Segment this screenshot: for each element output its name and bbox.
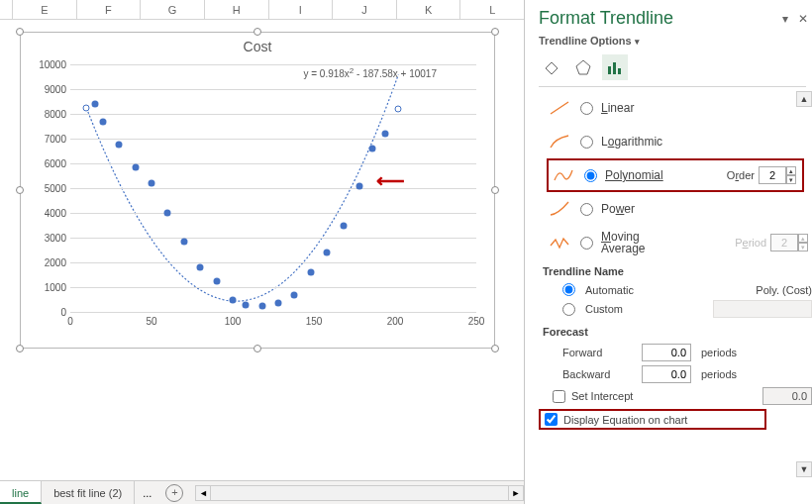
- display-equation-checkbox[interactable]: [545, 413, 558, 426]
- power-label[interactable]: Power: [601, 202, 812, 216]
- linear-label[interactable]: Linear: [601, 101, 812, 115]
- data-point[interactable]: [258, 302, 265, 309]
- order-label: Order: [727, 169, 755, 181]
- svg-rect-3: [618, 68, 621, 74]
- data-point[interactable]: [369, 146, 376, 152]
- spin-down-button[interactable]: ▾: [786, 175, 796, 184]
- trendline-options-tab[interactable]: [602, 54, 628, 80]
- annotation-arrow: ⟵: [376, 168, 405, 192]
- data-point[interactable]: [197, 264, 204, 271]
- effects-tab[interactable]: [570, 54, 596, 80]
- scroll-right-button[interactable]: ►: [508, 485, 524, 501]
- logarithmic-radio[interactable]: [580, 136, 593, 149]
- data-point[interactable]: [355, 182, 362, 189]
- forward-input[interactable]: [642, 344, 691, 361]
- y-axis-label: 9000: [27, 84, 66, 95]
- column-header[interactable]: G: [140, 0, 204, 19]
- resize-handle[interactable]: [491, 28, 499, 36]
- resize-handle[interactable]: [16, 345, 24, 353]
- power-radio[interactable]: [580, 203, 593, 216]
- data-point[interactable]: [91, 101, 98, 108]
- moving-average-label[interactable]: MovingAverage: [601, 231, 727, 254]
- y-axis-label: 7000: [27, 134, 66, 145]
- data-point[interactable]: [382, 131, 389, 138]
- data-point[interactable]: [395, 106, 402, 113]
- chart-title[interactable]: Cost: [21, 33, 494, 54]
- forward-forecast-row: Forward periods: [539, 342, 812, 363]
- pane-scroll-up-button[interactable]: ▲: [796, 91, 812, 107]
- column-header[interactable]: J: [332, 0, 396, 19]
- trendline-options-header[interactable]: Trendline Options ▾: [539, 35, 812, 47]
- column-header[interactable]: E: [12, 0, 76, 19]
- order-input[interactable]: [759, 166, 786, 184]
- forward-label: Forward: [562, 347, 632, 358]
- chart-object[interactable]: Cost y = 0.918x2 - 187.58x + 10017 01000…: [20, 32, 495, 349]
- data-point[interactable]: [340, 222, 347, 229]
- sheet-tab[interactable]: line: [0, 481, 42, 504]
- custom-name-radio[interactable]: [562, 303, 575, 316]
- column-header[interactable]: I: [268, 0, 333, 19]
- svg-rect-2: [613, 62, 616, 74]
- sheet-tab-active[interactable]: best fit line (2): [42, 481, 135, 504]
- data-point[interactable]: [116, 142, 123, 149]
- fill-line-tab[interactable]: [539, 54, 564, 80]
- column-header[interactable]: H: [204, 0, 268, 19]
- data-point[interactable]: [274, 300, 281, 307]
- sheet-tabs-more[interactable]: ...: [135, 487, 159, 499]
- data-point[interactable]: [230, 296, 237, 303]
- data-point[interactable]: [132, 163, 139, 170]
- polynomial-radio[interactable]: [584, 169, 597, 182]
- data-point[interactable]: [149, 180, 155, 187]
- periods-unit: periods: [701, 368, 737, 380]
- set-intercept-checkbox[interactable]: [553, 390, 565, 403]
- automatic-name-radio[interactable]: [562, 283, 575, 296]
- data-point[interactable]: [243, 301, 250, 308]
- chart-plot-area[interactable]: y = 0.918x2 - 187.58x + 10017 0100020003…: [70, 64, 476, 312]
- scroll-track[interactable]: [211, 485, 508, 501]
- trendline-equation[interactable]: y = 0.918x2 - 187.58x + 10017: [303, 66, 437, 79]
- period-input: [770, 234, 798, 252]
- resize-handle[interactable]: [491, 186, 499, 194]
- data-point[interactable]: [164, 210, 171, 217]
- resize-handle[interactable]: [254, 28, 261, 36]
- data-point[interactable]: [180, 238, 187, 245]
- data-point[interactable]: [291, 291, 298, 298]
- resize-handle[interactable]: [16, 186, 24, 194]
- add-sheet-button[interactable]: +: [165, 484, 183, 502]
- scroll-left-button[interactable]: ◄: [195, 485, 211, 501]
- custom-name-input[interactable]: [713, 300, 812, 318]
- data-point[interactable]: [324, 250, 331, 256]
- spin-up-button: ▴: [798, 234, 808, 243]
- column-headers: EFGHIJKL: [0, 0, 524, 20]
- forecast-heading: Forecast: [543, 326, 812, 338]
- logarithmic-label[interactable]: Logarithmic: [601, 135, 812, 149]
- column-header[interactable]: K: [396, 0, 460, 19]
- y-axis-label: 1000: [27, 282, 66, 293]
- x-axis-label: 150: [306, 316, 323, 327]
- data-point[interactable]: [307, 269, 314, 276]
- pane-dropdown-icon[interactable]: ▾: [776, 12, 794, 26]
- backward-input[interactable]: [642, 365, 691, 383]
- data-point[interactable]: [213, 277, 220, 284]
- spin-up-button[interactable]: ▴: [786, 166, 796, 175]
- set-intercept-row: Set Intercept: [539, 385, 812, 407]
- column-header[interactable]: F: [76, 0, 141, 19]
- pane-scroll-down-button[interactable]: ▼: [796, 461, 812, 477]
- linear-option-row: Linear: [547, 91, 812, 125]
- data-point[interactable]: [99, 118, 106, 125]
- resize-handle[interactable]: [16, 28, 24, 36]
- moving-average-radio[interactable]: [580, 237, 593, 250]
- x-axis-label: 250: [468, 316, 485, 327]
- resize-handle[interactable]: [491, 345, 499, 353]
- column-header[interactable]: L: [459, 0, 524, 19]
- polynomial-label[interactable]: Polynomial: [605, 168, 719, 182]
- pentagon-icon: [574, 58, 592, 76]
- pane-close-button[interactable]: ✕: [794, 12, 812, 26]
- data-point[interactable]: [83, 104, 90, 111]
- worksheet-area: EFGHIJKL Cost y = 0.918x2 - 187.58x + 10…: [0, 0, 525, 504]
- order-spinner[interactable]: ▴▾: [759, 166, 796, 184]
- horizontal-scrollbar[interactable]: ◄ ►: [195, 485, 524, 501]
- linear-radio[interactable]: [580, 102, 593, 115]
- resize-handle[interactable]: [254, 345, 261, 353]
- y-axis-label: 10000: [27, 59, 66, 70]
